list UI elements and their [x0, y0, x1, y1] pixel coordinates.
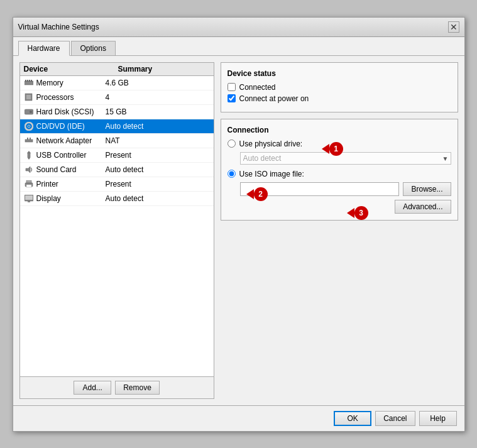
device-status-title: Device status — [228, 69, 451, 78]
table-row[interactable]: USB Controller Present — [20, 148, 214, 163]
use-iso-row: Use ISO image file: — [228, 170, 451, 178]
connect-power-checkbox[interactable] — [228, 94, 236, 102]
use-physical-label: Use physical drive: — [239, 139, 303, 148]
svg-rect-14 — [28, 153, 30, 158]
browse-button[interactable]: Browse... — [403, 182, 451, 196]
svg-point-9 — [25, 123, 33, 130]
use-physical-row: Use physical drive: — [228, 139, 451, 148]
device-name: Hard Disk (SCSI) — [36, 107, 94, 116]
add-button[interactable]: Add... — [74, 381, 111, 395]
advanced-row: Advanced... — [228, 200, 451, 214]
table-row[interactable]: Hard Disk (SCSI) 15 GB — [20, 105, 214, 119]
ok-button[interactable]: OK — [334, 411, 371, 426]
device-name: Printer — [36, 180, 58, 188]
table-row[interactable]: Processors 4 — [20, 90, 214, 105]
device-name: Sound Card — [36, 165, 77, 174]
svg-rect-23 — [28, 201, 30, 202]
device-summary: Auto detect — [106, 122, 210, 131]
main-content: Device Summary Memory 4.6 GB — [13, 56, 464, 405]
svg-marker-15 — [27, 151, 31, 153]
device-name: USB Controller — [36, 151, 87, 160]
cpu-icon — [24, 92, 34, 102]
svg-rect-6 — [26, 95, 31, 99]
svg-rect-19 — [26, 180, 31, 183]
device-name: Processors — [36, 93, 74, 102]
device-list-panel: Device Summary Memory 4.6 GB — [19, 62, 214, 399]
svg-point-16 — [28, 157, 30, 159]
connection-title: Connection — [228, 126, 451, 134]
table-row[interactable]: Memory 4.6 GB — [20, 76, 214, 90]
svg-rect-13 — [30, 138, 31, 139]
device-name: Memory — [36, 79, 63, 87]
usb-icon — [24, 150, 34, 160]
table-row[interactable]: Display Auto detect — [20, 192, 214, 206]
device-summary: Present — [106, 180, 210, 188]
window-title: Virtual Machine Settings — [18, 23, 99, 31]
remove-button[interactable]: Remove — [115, 381, 160, 395]
printer-icon — [24, 179, 34, 189]
svg-rect-2 — [27, 80, 28, 82]
use-iso-label: Use ISO image file: — [239, 170, 304, 178]
iso-path-input[interactable] — [240, 182, 400, 196]
device-summary: 15 GB — [106, 107, 210, 116]
memory-icon — [24, 78, 34, 88]
network-icon — [24, 136, 34, 146]
use-physical-radio[interactable] — [228, 139, 236, 148]
iso-input-row: Browse... — [240, 182, 451, 196]
connect-power-row: Connect at power on — [228, 94, 451, 103]
connection-section: Connection Use physical drive: Auto dete… — [221, 119, 458, 221]
tab-hardware[interactable]: Hardware — [18, 41, 70, 56]
virtual-machine-settings-window: Virtual Machine Settings ✕ Hardware Opti… — [13, 17, 465, 432]
device-summary: NAT — [106, 136, 210, 145]
svg-rect-3 — [29, 80, 30, 82]
svg-rect-22 — [25, 195, 33, 200]
device-summary: Present — [106, 151, 210, 160]
device-summary: 4.6 GB — [106, 79, 210, 87]
table-row[interactable]: Network Adapter NAT — [20, 134, 214, 148]
close-button[interactable]: ✕ — [448, 21, 459, 33]
device-summary: Auto detect — [106, 194, 210, 203]
device-name: Network Adapter — [36, 136, 92, 145]
harddisk-icon — [24, 107, 34, 117]
device-name: Display — [36, 194, 61, 203]
cddvd-icon — [24, 121, 34, 131]
tab-bar: Hardware Options — [13, 37, 464, 56]
svg-rect-4 — [31, 80, 32, 82]
table-header: Device Summary — [20, 63, 214, 76]
cancel-button[interactable]: Cancel — [375, 411, 415, 426]
table-row[interactable]: Printer Present — [20, 177, 214, 192]
use-iso-radio[interactable] — [228, 170, 236, 178]
device-summary: Auto detect — [106, 165, 210, 174]
device-status-section: Device status Connected Connect at power… — [221, 62, 458, 112]
svg-rect-12 — [27, 138, 28, 139]
connected-row: Connected — [228, 83, 451, 92]
physical-drive-select[interactable]: Auto detect — [240, 152, 451, 165]
physical-drive-select-row: Auto detect ▼ — [240, 152, 451, 165]
connected-checkbox[interactable] — [228, 83, 236, 91]
svg-point-8 — [30, 111, 32, 113]
footer: OK Cancel Help — [13, 405, 464, 431]
connect-power-label: Connect at power on — [239, 94, 309, 103]
advanced-button[interactable]: Advanced... — [395, 200, 451, 214]
svg-rect-11 — [25, 139, 33, 142]
right-panel: Device status Connected Connect at power… — [221, 62, 458, 399]
svg-marker-17 — [26, 167, 30, 173]
tab-options[interactable]: Options — [71, 41, 116, 55]
device-summary: 4 — [106, 93, 210, 102]
title-bar: Virtual Machine Settings ✕ — [13, 18, 464, 37]
display-icon — [24, 194, 34, 204]
svg-point-10 — [28, 125, 30, 128]
table-row[interactable]: Sound Card Auto detect — [20, 163, 214, 177]
connected-label: Connected — [239, 83, 276, 92]
col-device-header: Device — [24, 65, 118, 74]
sound-icon — [24, 165, 34, 175]
col-summary-header: Summary — [118, 65, 210, 74]
svg-rect-20 — [26, 185, 31, 187]
table-row-cddvd[interactable]: CD/DVD (IDE) Auto detect — [20, 119, 214, 134]
svg-rect-1 — [25, 80, 26, 82]
device-name: CD/DVD (IDE) — [36, 122, 85, 131]
help-button[interactable]: Help — [419, 411, 457, 426]
device-list-buttons: Add... Remove — [20, 376, 214, 398]
